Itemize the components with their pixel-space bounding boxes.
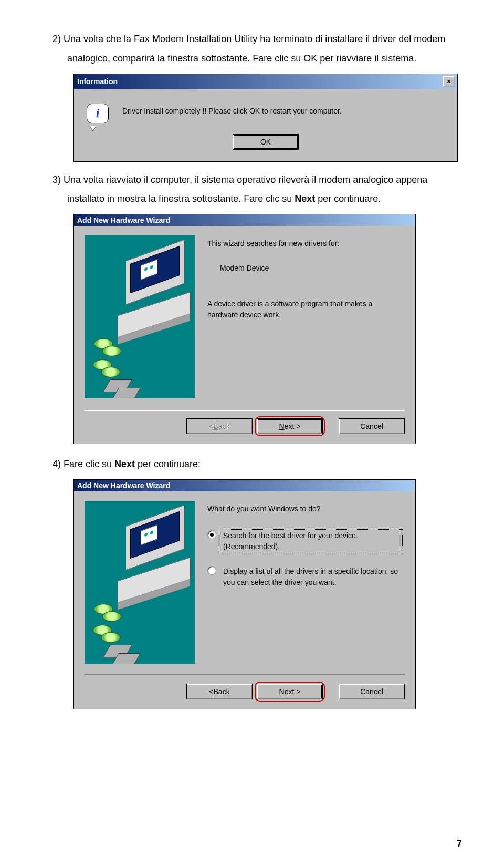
wizard-1-body: This wizard searches for new drivers for… bbox=[74, 226, 415, 398]
step-3-part-c: per continuare. bbox=[315, 193, 381, 204]
cancel-button[interactable]: Cancel bbox=[339, 418, 405, 434]
wizard-2-content: What do you want Windows to do? Search f… bbox=[195, 491, 415, 664]
radio-option-2-label: Display a list of all the drivers in a s… bbox=[222, 565, 403, 589]
radio-option-2[interactable]: Display a list of all the drivers in a s… bbox=[207, 565, 403, 589]
disc-icon bbox=[101, 632, 120, 643]
wizard-1-title: Add New Hardware Wizard bbox=[76, 216, 413, 224]
disc-icon bbox=[102, 346, 121, 356]
information-body: i Driver Install completely !! Please cl… bbox=[74, 89, 457, 132]
monitor-icon bbox=[125, 240, 184, 305]
step-4-part-a: 4) Fare clic su bbox=[52, 459, 114, 469]
back-button[interactable]: < Back bbox=[186, 684, 253, 699]
page-number: 7 bbox=[457, 838, 462, 849]
cancel-button[interactable]: Cancel bbox=[339, 684, 405, 699]
step-2-text-line-1: 2) Una volta che la Fax Modem Installati… bbox=[52, 32, 462, 47]
information-message: Driver Install completely !! Please clic… bbox=[122, 104, 342, 115]
wizard-1-content: This wizard searches for new drivers for… bbox=[195, 226, 415, 398]
document-page: 2) Una volta che la Fax Modem Installati… bbox=[0, 0, 504, 865]
wizard-2-titlebar: Add New Hardware Wizard bbox=[74, 480, 415, 491]
disc-icon bbox=[102, 611, 121, 622]
wizard-2-title: Add New Hardware Wizard bbox=[76, 481, 413, 490]
wizard-2-button-row: < Back Next > Cancel bbox=[74, 676, 415, 709]
step-3-text-line-2: installato in mostra la finestra sottost… bbox=[67, 191, 462, 207]
information-button-row: OK bbox=[74, 132, 457, 161]
radio-option-1[interactable]: Search for the best driver for your devi… bbox=[207, 529, 403, 553]
information-titlebar: Information × bbox=[74, 74, 457, 89]
information-dialog: Information × i Driver Install completel… bbox=[74, 74, 458, 162]
next-button-highlight: Next > bbox=[257, 418, 323, 434]
wizard-1-description: A device driver is a software program th… bbox=[207, 298, 403, 321]
information-title: Information bbox=[76, 77, 443, 86]
monitor-icon bbox=[125, 505, 184, 571]
step-4-next-keyword: Next bbox=[114, 459, 135, 469]
info-icon: i bbox=[87, 104, 110, 127]
next-button-highlight: Next > bbox=[257, 684, 323, 699]
radio-option-1-label: Search for the best driver for your devi… bbox=[222, 529, 403, 553]
wizard-graphic bbox=[85, 501, 195, 664]
radio-icon[interactable] bbox=[207, 566, 216, 575]
wizard-graphic bbox=[85, 235, 195, 398]
hardware-wizard-dialog-1: Add New Hardware Wizard This wizard sear… bbox=[74, 214, 416, 444]
step-3-next-keyword: Next bbox=[295, 193, 315, 204]
wizard-1-button-row: < Back Next > Cancel bbox=[74, 411, 415, 444]
wizard-1-titlebar: Add New Hardware Wizard bbox=[74, 214, 415, 226]
wizard-2-body: What do you want Windows to do? Search f… bbox=[74, 491, 415, 664]
disc-icon bbox=[101, 367, 120, 377]
step-3-text-line-1: 3) Una volta riavviato il computer, il s… bbox=[52, 172, 462, 188]
ok-button[interactable]: OK bbox=[233, 134, 299, 150]
wizard-1-intro: This wizard searches for new drivers for… bbox=[207, 239, 403, 249]
wizard-1-device: Modem Device bbox=[220, 264, 403, 272]
step-4-text: 4) Fare clic su Next per continuare: bbox=[52, 457, 462, 472]
back-button: < Back bbox=[186, 418, 253, 434]
wizard-2-question: What do you want Windows to do? bbox=[207, 504, 403, 514]
next-button[interactable]: Next > bbox=[257, 418, 323, 434]
next-button[interactable]: Next > bbox=[257, 684, 323, 699]
step-3-part-a: installato in mostra la finestra sottost… bbox=[67, 193, 295, 204]
close-icon[interactable]: × bbox=[443, 76, 455, 87]
step-2-text-line-2: analogico, comparirà la finestra sottost… bbox=[67, 51, 462, 66]
radio-icon[interactable] bbox=[207, 530, 216, 539]
hardware-wizard-dialog-2: Add New Hardware Wizard What do you want… bbox=[74, 479, 416, 709]
step-4-part-c: per continuare: bbox=[135, 459, 201, 469]
